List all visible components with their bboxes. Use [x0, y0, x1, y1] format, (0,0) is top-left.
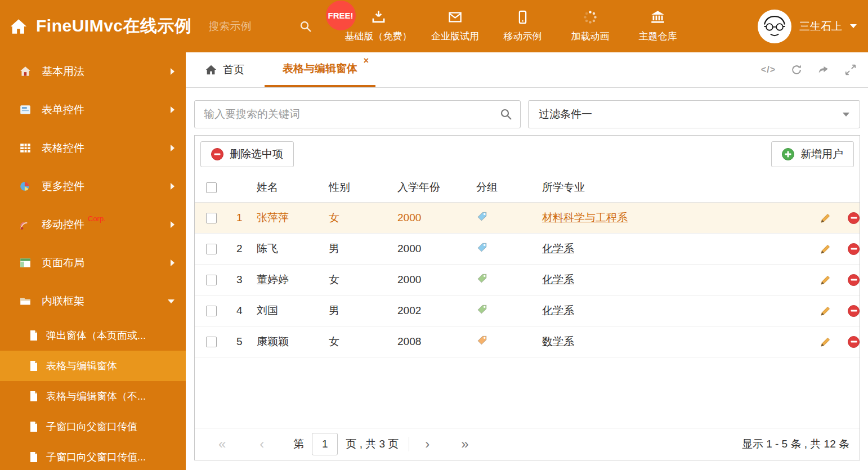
table-row[interactable]: 2 陈飞 男 2000 化学系	[195, 233, 860, 264]
table-row[interactable]: 5 康颖颖 女 2008 数学系	[195, 326, 860, 357]
header-search-input[interactable]	[209, 20, 293, 33]
next-page-button[interactable]: ›	[425, 437, 429, 451]
tag-icon	[476, 272, 488, 284]
add-user-label: 新增用户	[800, 147, 843, 162]
sidebar-item-more-controls[interactable]: 更多控件	[0, 167, 186, 205]
column-year: 入学年份	[397, 173, 476, 202]
edit-icon[interactable]	[820, 336, 831, 348]
sidebar-submenu: 弹出窗体（本页面或... 表格与编辑窗体 表格与编辑窗体（不... 子窗口向父窗…	[0, 320, 186, 470]
row-index: 2	[227, 233, 257, 264]
form-icon	[19, 104, 32, 116]
tab-active[interactable]: 表格与编辑窗体 ×	[265, 52, 375, 87]
chevron-down-icon	[168, 299, 175, 303]
keyword-search	[194, 100, 521, 128]
column-gender: 性别	[329, 173, 397, 202]
search-icon[interactable]	[499, 108, 513, 121]
table-row[interactable]: 1 张萍萍 女 2000 材料科学与工程系	[195, 202, 860, 233]
edit-icon[interactable]	[820, 212, 831, 224]
sidebar-subitem-popup-window[interactable]: 弹出窗体（本页面或...	[0, 320, 186, 351]
avatar[interactable]	[758, 10, 791, 43]
delete-icon[interactable]	[848, 305, 860, 317]
bank-icon	[650, 10, 665, 25]
delete-icon[interactable]	[848, 243, 860, 255]
sidebar-subitem-grid-edit-window[interactable]: 表格与编辑窗体	[0, 351, 186, 381]
column-name: 姓名	[257, 173, 329, 202]
nav-item-loading-animation[interactable]: 加载动画	[566, 0, 615, 52]
row-checkbox[interactable]	[206, 275, 217, 285]
user-menu[interactable]: 三生石上	[758, 10, 857, 43]
folder-icon	[19, 295, 32, 307]
nav-item-enterprise-trial[interactable]: 企业版试用	[431, 0, 480, 52]
edit-icon[interactable]	[820, 305, 831, 317]
edit-icon[interactable]	[820, 274, 831, 286]
keyword-search-input[interactable]	[194, 100, 521, 128]
tab-home[interactable]: 首页	[194, 52, 256, 87]
nav-item-mobile-demo[interactable]: 移动示例	[499, 0, 547, 52]
minus-circle-icon	[211, 148, 223, 160]
sidebar-item-iframe[interactable]: 内联框架	[0, 282, 186, 320]
file-icon	[29, 360, 38, 371]
table-row[interactable]: 3 董婷婷 女 2000 化学系	[195, 264, 860, 295]
major-link[interactable]: 化学系	[542, 274, 574, 285]
chevron-down-icon	[843, 113, 849, 117]
sidebar-subitem-child-to-parent[interactable]: 子窗口向父窗口传值	[0, 411, 186, 442]
cell-gender: 女	[329, 326, 397, 357]
sidebar-subitem-grid-edit-window-2[interactable]: 表格与编辑窗体（不...	[0, 381, 186, 411]
close-icon[interactable]: ×	[364, 56, 369, 65]
major-link[interactable]: 材料科学与工程系	[542, 212, 628, 223]
major-link[interactable]: 化学系	[542, 243, 574, 254]
delete-icon[interactable]	[848, 274, 860, 286]
sidebar-subitem-child-to-parent-2[interactable]: 子窗口向父窗口传值...	[0, 442, 186, 470]
nav-label: 企业版试用	[431, 30, 479, 43]
expand-icon[interactable]	[844, 64, 857, 76]
chevron-right-icon	[171, 68, 175, 75]
prev-page-button[interactable]: ‹	[259, 437, 264, 451]
sidebar-item-form-controls[interactable]: 表单控件	[0, 91, 186, 129]
forward-icon[interactable]	[817, 64, 830, 76]
chevron-right-icon	[171, 183, 175, 190]
file-icon	[29, 451, 38, 463]
first-page-button[interactable]: «	[218, 437, 226, 451]
nav-item-basic-edition[interactable]: FREE! 基础版（免费）	[345, 0, 412, 52]
last-page-button[interactable]: »	[461, 437, 468, 451]
row-checkbox[interactable]	[206, 306, 217, 316]
sidebar-item-mobile-controls[interactable]: 移动控件 Corp.	[0, 205, 186, 244]
row-checkbox[interactable]	[206, 244, 217, 254]
tab-bar: 首页 表格与编辑窗体 × </>	[186, 52, 868, 88]
major-link[interactable]: 数学系	[542, 335, 574, 347]
cell-year: 2000	[397, 264, 476, 295]
row-checkbox[interactable]	[206, 337, 217, 347]
page-number-input[interactable]	[312, 433, 338, 455]
sidebar-item-page-layout[interactable]: 页面布局	[0, 244, 186, 282]
sidebar-item-grid-controls[interactable]: 表格控件	[0, 129, 186, 167]
layout-icon	[19, 257, 32, 269]
delete-selected-button[interactable]: 删除选中项	[200, 141, 294, 167]
column-actions	[786, 173, 860, 202]
add-user-button[interactable]: 新增用户	[771, 141, 854, 167]
delete-icon[interactable]	[848, 336, 860, 348]
select-all-checkbox[interactable]	[206, 182, 217, 193]
top-header: FineUIMvc在线示例 FREE! 基础版（免费） 企业版试用	[0, 0, 868, 52]
table-header-row: 姓名 性别 入学年份 分组 所学专业	[195, 173, 860, 202]
main-area: 首页 表格与编辑窗体 × </>	[186, 52, 868, 470]
delete-icon[interactable]	[848, 212, 860, 224]
table-row[interactable]: 4 刘国 男 2002 化学系	[195, 295, 860, 326]
edit-icon[interactable]	[820, 243, 831, 255]
nav-label: 移动示例	[504, 30, 542, 43]
sidebar-item-basic-usage[interactable]: 基本用法	[0, 52, 186, 91]
major-link[interactable]: 化学系	[542, 305, 574, 316]
search-icon[interactable]	[299, 20, 312, 33]
nav-label: 主题仓库	[639, 30, 677, 43]
row-checkbox[interactable]	[206, 213, 217, 223]
refresh-icon[interactable]	[790, 64, 803, 76]
code-icon[interactable]: </>	[761, 65, 776, 75]
app-title: FineUIMvc在线示例	[36, 15, 192, 38]
cell-year: 2008	[397, 326, 476, 357]
app-window: FineUIMvc在线示例 FREE! 基础版（免费） 企业版试用	[0, 0, 868, 470]
nav-item-theme-store[interactable]: 主题仓库	[634, 0, 682, 52]
cell-name: 张萍萍	[257, 202, 329, 233]
home-logo-icon[interactable]	[9, 17, 28, 36]
filter-dropdown[interactable]: 过滤条件一	[528, 100, 860, 128]
tag-icon	[476, 303, 488, 315]
plus-circle-icon	[782, 148, 794, 160]
